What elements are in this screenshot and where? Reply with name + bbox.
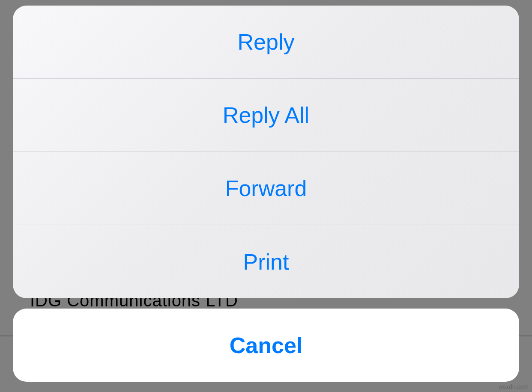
forward-label: Forward <box>225 175 307 201</box>
forward-button[interactable]: Forward <box>13 152 519 225</box>
reply-label: Reply <box>238 29 295 55</box>
action-sheet-cancel-group: Cancel <box>13 309 519 382</box>
cancel-label: Cancel <box>230 333 303 358</box>
watermark-text: wsxdn.com <box>499 383 529 390</box>
reply-all-label: Reply All <box>223 102 309 128</box>
print-button[interactable]: Print <box>13 225 519 298</box>
action-sheet: Reply Reply All Forward Print Cancel <box>13 6 519 382</box>
reply-button[interactable]: Reply <box>13 6 519 79</box>
action-sheet-options-group: Reply Reply All Forward Print <box>13 6 519 298</box>
cancel-button[interactable]: Cancel <box>13 309 519 382</box>
print-label: Print <box>243 249 289 275</box>
reply-all-button[interactable]: Reply All <box>13 79 519 152</box>
